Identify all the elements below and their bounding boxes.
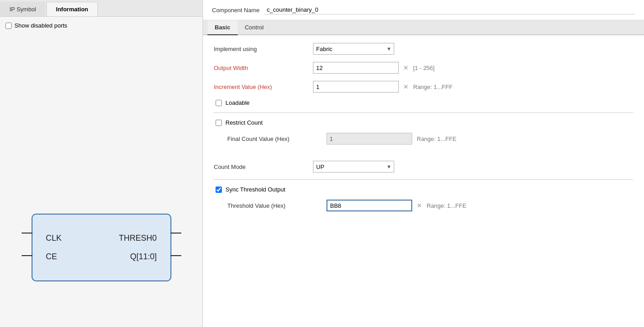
count-mode-label: Count Mode [214,164,313,170]
increment-value-input[interactable] [313,81,399,93]
ce-wire [22,255,32,256]
clk-wire [22,233,32,234]
sync-threshold-checkbox[interactable] [216,187,222,193]
tab-information[interactable]: Information [46,2,98,16]
threshold-value-control: ✕ Range: 1...FFE [327,200,466,211]
implement-using-select[interactable]: Fabric DSP48 [313,43,394,55]
threshold-value-hint: Range: 1...FFE [427,202,466,209]
port-left: CLK CE [46,234,62,262]
count-mode-row: Count Mode UP DOWN UPDOWN ▼ [214,160,633,173]
section-divider-1 [214,112,633,113]
left-tabs-bar: IP Symbol Information [0,0,202,17]
left-panel: IP Symbol Information Show disabled port… [0,0,203,327]
increment-value-clear-icon[interactable]: ✕ [403,84,409,90]
output-width-clear-icon[interactable]: ✕ [403,65,409,71]
final-count-label: Final Count Value (Hex) [227,135,327,142]
show-disabled-ports-checkbox[interactable] [5,23,12,29]
implement-using-control: Fabric DSP48 ▼ [313,43,394,55]
port-right: THRESH0 Q[11:0] [119,234,156,262]
tab-basic[interactable]: Basic [207,20,238,35]
sync-threshold-label: Sync Threshold Output [225,186,285,193]
symbol-ports: CLK CE THRESH0 Q[11:0] [32,215,170,280]
threshold-value-label: Threshold Value (Hex) [227,202,327,209]
restrict-count-row: Restrict Count [214,119,633,126]
right-tabs-bar: Basic Control [203,20,644,35]
restrict-count-label: Restrict Count [225,119,262,126]
threshold-value-input[interactable] [327,200,412,211]
increment-value-row: Increment Value (Hex) ✕ Range: 1...FFF [214,80,633,93]
port-q-label: Q[11:0] [130,252,156,262]
increment-value-label: Increment Value (Hex) [214,84,313,90]
threshold-value-row: Threshold Value (Hex) ✕ Range: 1...FFE [214,199,633,212]
port-clk-label: CLK [46,234,62,243]
symbol-area: CLK CE THRESH0 Q[11:0] [0,168,202,327]
implement-using-label: Implement using [214,46,313,52]
show-disabled-ports-label: Show disabled ports [14,22,67,29]
component-name-input[interactable] [264,5,635,14]
final-count-input[interactable] [327,133,412,145]
loadable-checkbox[interactable] [216,100,222,106]
count-mode-select[interactable]: UP DOWN UPDOWN [313,161,394,173]
final-count-hint: Range: 1...FFE [417,135,456,142]
output-width-hint: [1 - 256] [413,65,435,71]
component-name-label: Component Name [212,7,260,14]
loadable-label: Loadable [225,99,250,106]
output-width-input[interactable] [313,62,399,74]
component-name-row: Component Name [203,0,644,20]
sync-threshold-row: Sync Threshold Output [214,186,633,193]
left-content: Show disabled ports [0,17,202,168]
tab-ip-symbol[interactable]: IP Symbol [0,2,46,16]
count-mode-control: UP DOWN UPDOWN ▼ [313,161,394,173]
right-panel: Component Name Basic Control Implement u… [203,0,644,327]
q-wire [170,255,181,256]
output-width-control: ✕ [1 - 256] [313,62,435,74]
tab-control[interactable]: Control [238,20,271,35]
port-thresh0-label: THRESH0 [119,234,156,243]
show-disabled-ports-row: Show disabled ports [5,22,197,29]
threshold-value-clear-icon[interactable]: ✕ [417,202,422,209]
restrict-count-checkbox[interactable] [216,120,222,126]
implement-using-row: Implement using Fabric DSP48 ▼ [214,42,633,55]
section-divider-2 [214,179,633,180]
increment-value-hint: Range: 1...FFF [413,84,452,90]
final-count-row: Final Count Value (Hex) Range: 1...FFE [214,132,633,145]
implement-using-dropdown-wrapper: Fabric DSP48 ▼ [313,43,394,55]
output-width-label: Output Width [214,65,313,71]
form-area: Implement using Fabric DSP48 ▼ Output Wi… [203,35,644,225]
port-ce-label: CE [46,252,62,262]
spacer-1 [214,151,633,160]
increment-value-control: ✕ Range: 1...FFF [313,81,452,93]
output-width-row: Output Width ✕ [1 - 256] [214,61,633,74]
final-count-control: Range: 1...FFE [327,133,456,145]
loadable-row: Loadable [214,99,633,106]
thresh-wire [170,233,181,234]
ip-symbol-box: CLK CE THRESH0 Q[11:0] [32,214,171,281]
count-mode-dropdown-wrapper: UP DOWN UPDOWN ▼ [313,161,394,173]
